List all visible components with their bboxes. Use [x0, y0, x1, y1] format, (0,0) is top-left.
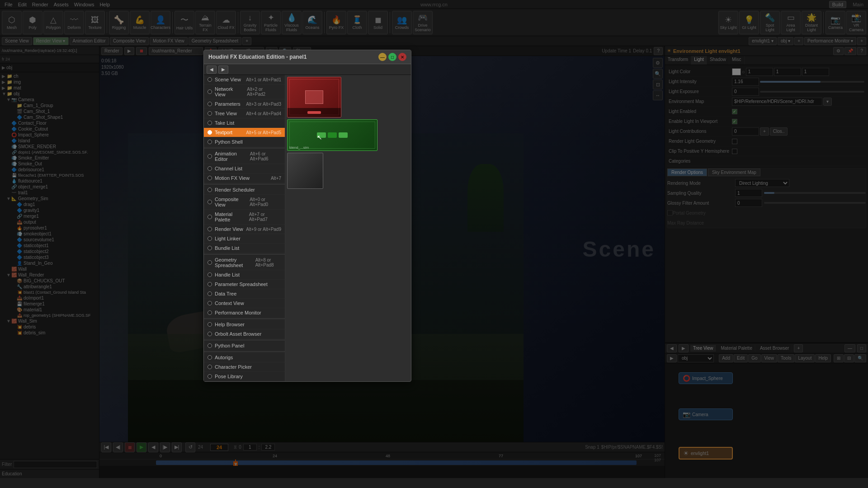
radio-textport — [208, 130, 212, 135]
menu-item-pose-lib[interactable]: Pose Library — [204, 372, 285, 381]
modal-main-area: blend_...sim ↖ — [285, 75, 411, 381]
menu-item-tree-view[interactable]: Tree View Alt+4 or Alt+Pad4 — [204, 109, 285, 118]
menu-item-network-view[interactable]: Network View Alt+2 or Alt+Pad2 — [204, 84, 285, 99]
menu-item-parameters[interactable]: Parameters Alt+3 or Alt+Pad3 — [204, 99, 285, 109]
thumb-gray-1 — [287, 153, 323, 189]
radio-pose-lib — [208, 374, 212, 379]
radio-network-view — [208, 89, 212, 94]
divider-4 — [204, 319, 285, 319]
menu-item-python-shell[interactable]: Python Shell — [204, 137, 285, 147]
radio-channel-list — [208, 166, 212, 171]
radio-bundle-list — [208, 246, 212, 250]
menu-item-render-view[interactable]: Render View Alt+9 or Alt+Pad9 — [204, 225, 285, 234]
modal-header[interactable]: Houdini FX Education Edition - panel1 — … — [204, 50, 411, 64]
modal-toolbar-back[interactable]: ◀ — [207, 66, 217, 74]
radio-data-tree — [208, 291, 212, 296]
thumb-red-1 — [287, 77, 341, 117]
menu-item-material-palette[interactable]: Material Palette Alt+7 or Alt+Pad7 — [204, 210, 285, 225]
menu-item-perf-monitor[interactable]: Performance Monitor — [204, 308, 285, 318]
menu-item-composite-view[interactable]: Composite View Alt+0 or Alt+Pad0 — [204, 195, 285, 210]
menu-item-help-browser[interactable]: Help Browser — [204, 320, 285, 329]
modal-close[interactable]: ✕ — [398, 53, 406, 61]
modal-body: Scene View Alt+1 or Alt+Pad1 Network Vie… — [204, 75, 411, 381]
modal-minimize[interactable]: — — [378, 53, 387, 61]
radio-motion-fx — [208, 176, 212, 180]
radio-render-sched — [208, 188, 212, 192]
thumb-green-1: blend_...sim — [287, 119, 377, 151]
divider-2 — [204, 184, 285, 184]
radio-anim-editor — [208, 154, 212, 159]
radio-scene-view — [208, 77, 212, 82]
divider-3 — [204, 254, 285, 254]
modal-controls: — □ ✕ — [378, 53, 406, 61]
menu-item-motion-fx[interactable]: Motion FX View Alt+7 — [204, 174, 285, 183]
radio-material-palette — [208, 215, 212, 219]
menu-item-textport[interactable]: Textport Alt+5 or Alt+Pad5 — [204, 128, 285, 137]
radio-python-panel — [208, 343, 212, 348]
menu-item-python-panel[interactable]: Python Panel — [204, 341, 285, 351]
modal-menu-list: Scene View Alt+1 or Alt+Pad1 Network Vie… — [204, 75, 285, 381]
menu-item-geom-spreadsheet[interactable]: Geometry Spreadsheet Alt+8 or Alt+Pad8 — [204, 255, 285, 270]
menu-item-light-linker[interactable]: Light Linker — [204, 234, 285, 244]
radio-geom-spreadsheet — [208, 260, 212, 265]
menu-item-anim-editor[interactable]: Animation Editor Alt+6 or Alt+Pad6 — [204, 149, 285, 164]
radio-take-list — [208, 121, 212, 125]
radio-parameters — [208, 102, 212, 106]
menu-item-orbolt[interactable]: Orbolt Asset Browser — [204, 329, 285, 339]
menu-item-data-tree[interactable]: Data Tree — [204, 289, 285, 299]
radio-composite-view — [208, 200, 212, 204]
menu-item-autorigs[interactable]: Autorigs — [204, 353, 285, 362]
radio-python-shell — [208, 140, 212, 144]
modal-toolbar-fwd[interactable]: ▶ — [218, 66, 228, 74]
radio-tree-view — [208, 111, 212, 116]
radio-char-picker — [208, 365, 212, 369]
radio-param-spreadsheet — [208, 282, 212, 286]
radio-perf-monitor — [208, 310, 212, 315]
menu-item-channel-list[interactable]: Channel List — [204, 164, 285, 174]
menu-item-param-spreadsheet[interactable]: Parameter Spreadsheet — [204, 280, 285, 289]
radio-render-view — [208, 227, 212, 231]
modal-toolbar: ◀ ▶ — [204, 64, 411, 75]
menu-item-render-sched[interactable]: Render Scheduler — [204, 185, 285, 195]
divider-5 — [204, 340, 285, 340]
modal-maximize[interactable]: □ — [388, 53, 396, 61]
menu-item-context-view[interactable]: Context View — [204, 299, 285, 308]
panel-chooser-modal: Houdini FX Education Edition - panel1 — … — [203, 50, 411, 382]
radio-context-view — [208, 301, 212, 305]
menu-item-scene-view[interactable]: Scene View Alt+1 or Alt+Pad1 — [204, 75, 285, 84]
menu-item-take-list[interactable]: Take List — [204, 118, 285, 128]
modal-overlay: Houdini FX Education Edition - panel1 — … — [0, 0, 868, 488]
radio-handle-list — [208, 272, 212, 277]
divider-1 — [204, 148, 285, 148]
menu-item-bundle-list[interactable]: Bundle List — [204, 244, 285, 253]
radio-autorigs — [208, 355, 212, 360]
radio-orbolt — [208, 332, 212, 336]
radio-help-browser — [208, 322, 212, 327]
divider-6 — [204, 352, 285, 352]
modal-title: Houdini FX Education Edition - panel1 — [208, 54, 307, 60]
menu-item-char-picker[interactable]: Character Picker — [204, 362, 285, 372]
radio-light-linker — [208, 236, 212, 241]
menu-item-handle-list[interactable]: Handle List — [204, 270, 285, 280]
